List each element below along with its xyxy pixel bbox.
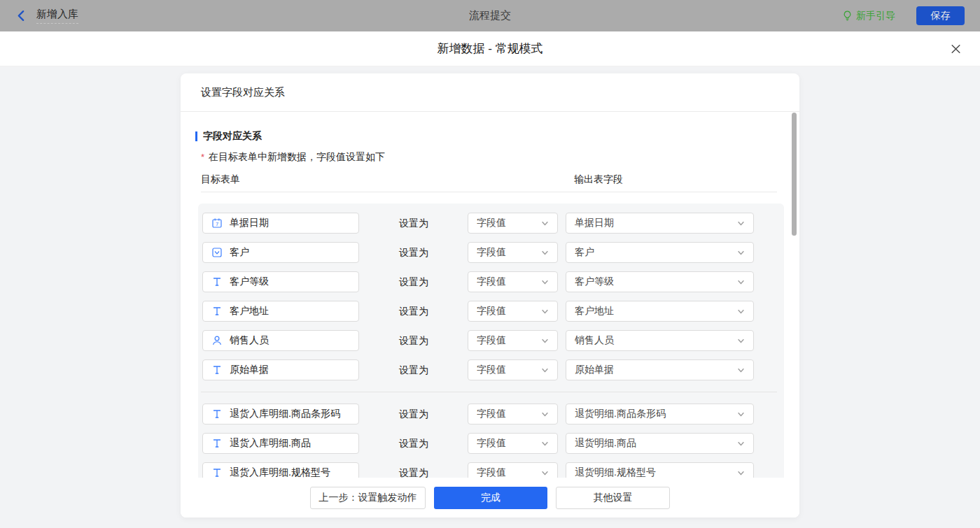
output-field-select[interactable]: 退货明细.商品条形码 [566,404,754,424]
chevron-down-icon [541,220,549,227]
done-button[interactable]: 完成 [434,487,547,509]
set-as-label: 设置为 [399,438,428,450]
output-field-value: 客户 [575,246,594,259]
output-field-select[interactable]: 原始单据 [566,359,754,380]
text-icon [211,408,223,420]
operator-value: 字段值 [477,437,506,450]
required-note: * 在目标表单中新增数据，字段值设置如下 [201,151,799,164]
target-field-label: 销售人员 [230,334,269,347]
operator-value: 字段值 [477,246,506,259]
output-field-select[interactable]: 销售人员 [566,330,754,351]
operator-value: 字段值 [477,364,506,376]
output-field-value: 单据日期 [575,217,614,229]
required-asterisk: * [201,151,204,164]
operator-value: 字段值 [477,334,506,347]
set-as-label: 设置为 [399,247,428,259]
operator-select[interactable]: 字段值 [468,404,558,424]
prev-step-button[interactable]: 上一步：设置触发动作 [310,487,426,509]
close-icon [950,43,962,55]
chevron-down-icon [737,308,745,315]
chevron-down-icon [541,337,549,345]
section-title-text: 字段对应关系 [203,130,262,143]
output-field-value: 销售人员 [575,334,614,347]
chevron-down-icon [541,308,549,315]
scrollbar-thumb[interactable] [792,113,797,236]
target-field-label: 原始单据 [230,364,269,376]
modal-body: 设置字段对应关系 字段对应关系 * 在目标表单中新增数据，字段值设置如下 目标表… [0,66,980,527]
output-field-select[interactable]: 客户 [566,242,754,263]
chevron-down-icon [737,411,745,418]
select-icon [211,247,223,258]
target-field-box: 原始单据 [202,359,359,380]
user-icon [211,335,223,346]
card-footer: 上一步：设置触发动作 完成 其他设置 [181,478,799,518]
output-field-select[interactable]: 客户地址 [566,301,754,322]
operator-value: 字段值 [477,217,506,229]
set-as-label: 设置为 [399,217,428,230]
chevron-down-icon [737,440,745,448]
card-body: 字段对应关系 * 在目标表单中新增数据，字段值设置如下 目标表单 输出表字段 7… [181,130,799,501]
chevron-down-icon [541,469,549,477]
other-settings-button[interactable]: 其他设置 [556,487,670,509]
target-field-label: 退货入库明细.商品 [230,437,311,450]
operator-select[interactable]: 字段值 [468,242,558,263]
mapping-row: 客户 设置为 字段值 客户 [202,242,784,263]
target-field-box: 退货入库明细.商品条形码 [202,404,359,424]
mapping-row: 7 单据日期 设置为 字段值 单据日期 [202,213,784,234]
back-button[interactable] [15,10,27,22]
chevron-down-icon [737,278,745,286]
target-field-box: 销售人员 [202,330,359,351]
operator-select[interactable]: 字段值 [468,433,558,454]
chevron-down-icon [541,278,549,286]
operator-select[interactable]: 字段值 [468,271,558,292]
card-header: 设置字段对应关系 [181,73,799,112]
accent-bar [195,131,197,141]
chevron-down-icon [541,249,549,257]
chevron-down-icon [737,220,745,227]
topbar-center-label: 流程提交 [469,9,511,22]
flow-title[interactable]: 新增入库 [36,8,78,24]
chevron-left-icon [15,10,27,22]
output-field-select[interactable]: 退货明细.商品 [566,433,754,454]
lightbulb-icon [842,10,853,21]
save-button[interactable]: 保存 [916,6,965,25]
operator-select[interactable]: 字段值 [468,301,558,322]
target-field-box: 客户等级 [202,271,359,292]
mapping-row: 销售人员 设置为 字段值 销售人员 [202,330,784,351]
set-as-label: 设置为 [399,364,428,377]
chevron-down-icon [541,411,549,418]
target-field-box: 客户地址 [202,301,359,322]
output-field-select[interactable]: 单据日期 [566,213,754,234]
column-headers: 目标表单 输出表字段 [201,173,799,185]
operator-select[interactable]: 字段值 [468,359,558,380]
close-button[interactable] [950,43,962,55]
chevron-down-icon [737,249,745,257]
beginner-guide-link[interactable]: 新手引导 [842,10,895,22]
target-field-label: 单据日期 [230,217,269,229]
calendar-icon: 7 [211,217,223,229]
text-icon [211,467,223,478]
operator-select[interactable]: 字段值 [468,330,558,351]
col-target-form: 目标表单 [201,173,240,185]
chevron-down-icon [541,366,549,374]
field-mapping-card: 设置字段对应关系 字段对应关系 * 在目标表单中新增数据，字段值设置如下 目标表… [181,73,799,518]
operator-value: 字段值 [477,305,506,317]
output-field-value: 退货明细.商品条形码 [575,408,666,420]
section-title: 字段对应关系 [195,130,799,143]
group-divider [201,392,777,392]
topbar: 新增入库 流程提交 新手引导 保存 [0,0,980,31]
chevron-down-icon [737,469,745,477]
operator-value: 字段值 [477,408,506,420]
guide-label: 新手引导 [856,10,895,22]
target-field-box: 7 单据日期 [202,213,359,234]
header-divider [201,192,777,192]
output-field-select[interactable]: 客户等级 [566,271,754,292]
target-field-box: 客户 [202,242,359,263]
set-as-label: 设置为 [399,306,428,318]
chevron-down-icon [541,440,549,448]
modal-header: 新增数据 - 常规模式 [0,31,980,66]
mapping-rows: 7 单据日期 设置为 字段值 单据日期 [198,204,784,501]
set-as-label: 设置为 [399,408,428,421]
target-field-label: 客户 [230,246,249,259]
operator-select[interactable]: 字段值 [468,213,558,234]
